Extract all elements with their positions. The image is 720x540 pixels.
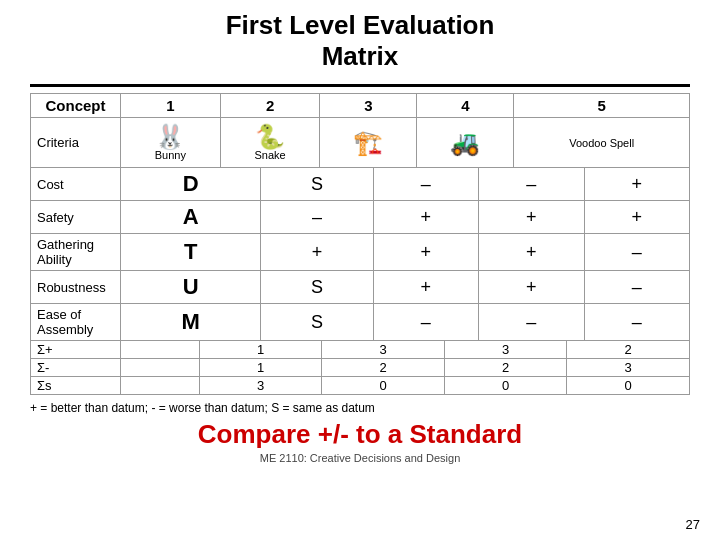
value-cell: – xyxy=(584,304,689,341)
sum-row: Σ-1223 xyxy=(31,359,690,377)
sum-value-cell: 0 xyxy=(322,377,445,395)
row-label: Cost xyxy=(31,168,121,201)
datum-cell: U xyxy=(121,271,261,304)
datum-cell: A xyxy=(121,201,261,234)
value-cell: + xyxy=(261,234,373,271)
criteria-row: Criteria 🐰 Bunny 🐍 Snake 🏗️ 🚜 xyxy=(31,118,690,168)
page-number: 27 xyxy=(686,517,700,532)
evaluation-matrix: Concept 1 2 3 4 5 Criteria 🐰 Bunny xyxy=(30,93,690,168)
concept-5: Voodoo Spell xyxy=(514,118,690,168)
sum-row: Σs3000 xyxy=(31,377,690,395)
page: First Level Evaluation Matrix Concept 1 … xyxy=(0,0,720,540)
footer-text: ME 2110: Creative Decisions and Design xyxy=(260,452,461,464)
bunny-icon: 🐰 xyxy=(127,125,214,149)
concept-3: 🏗️ xyxy=(320,118,417,168)
sum-table: Σ+1332Σ-1223Σs3000 xyxy=(30,340,690,395)
datum-cell: D xyxy=(121,168,261,201)
header-col1: 1 xyxy=(121,94,221,118)
sigma-label: Σ+ xyxy=(31,341,121,359)
sum-datum-cell xyxy=(121,377,200,395)
value-cell: S xyxy=(261,304,373,341)
value-cell: – xyxy=(479,304,584,341)
sum-datum-cell xyxy=(121,359,200,377)
sum-value-cell: 0 xyxy=(567,377,690,395)
title-block: First Level Evaluation Matrix xyxy=(226,10,495,72)
datum-cell: T xyxy=(121,234,261,271)
sum-value-cell: 3 xyxy=(322,341,445,359)
concept-4: 🚜 xyxy=(417,118,514,168)
sum-value-cell: 1 xyxy=(199,341,322,359)
snake-icon: 🐍 xyxy=(227,125,314,149)
sum-value-cell: 2 xyxy=(444,359,567,377)
value-cell: S xyxy=(261,168,373,201)
sum-value-cell: 3 xyxy=(199,377,322,395)
concept-2: 🐍 Snake xyxy=(220,118,320,168)
value-cell: + xyxy=(373,271,478,304)
value-cell: + xyxy=(479,234,584,271)
datum-cell: M xyxy=(121,304,261,341)
value-cell: + xyxy=(584,201,689,234)
value-cell: – xyxy=(584,234,689,271)
value-cell: – xyxy=(373,168,478,201)
matrix-wrapper: Concept 1 2 3 4 5 Criteria 🐰 Bunny xyxy=(30,93,690,395)
value-cell: + xyxy=(373,201,478,234)
sum-datum-cell xyxy=(121,341,200,359)
data-table: CostDS––+SafetyA–+++Gathering AbilityT++… xyxy=(30,167,690,341)
value-cell: + xyxy=(479,271,584,304)
sigma-label: Σ- xyxy=(31,359,121,377)
sum-value-cell: 0 xyxy=(444,377,567,395)
concept-1: 🐰 Bunny xyxy=(121,118,221,168)
criteria-label: Criteria xyxy=(31,118,121,168)
value-cell: – xyxy=(584,271,689,304)
sigma-label: Σs xyxy=(31,377,121,395)
voodoo-label: Voodoo Spell xyxy=(520,137,683,149)
excavator-icon: 🚜 xyxy=(423,131,507,155)
table-row: RobustnessUS++– xyxy=(31,271,690,304)
table-row: Ease of AssemblyMS––– xyxy=(31,304,690,341)
table-row: Gathering AbilityT+++– xyxy=(31,234,690,271)
header-row: Concept 1 2 3 4 5 xyxy=(31,94,690,118)
sum-value-cell: 3 xyxy=(444,341,567,359)
header-col4: 4 xyxy=(417,94,514,118)
compare-title: Compare +/- to a Standard xyxy=(198,419,522,450)
sum-value-cell: 1 xyxy=(199,359,322,377)
value-cell: – xyxy=(479,168,584,201)
row-label: Ease of Assembly xyxy=(31,304,121,341)
sum-value-cell: 2 xyxy=(567,341,690,359)
sum-value-cell: 3 xyxy=(567,359,690,377)
title-underline xyxy=(30,84,690,87)
header-col3: 3 xyxy=(320,94,417,118)
bunny-label: Bunny xyxy=(127,149,214,161)
header-col5: 5 xyxy=(514,94,690,118)
row-label: Gathering Ability xyxy=(31,234,121,271)
row-label: Robustness xyxy=(31,271,121,304)
header-col2: 2 xyxy=(220,94,320,118)
header-concept: Concept xyxy=(31,94,121,118)
row-label: Safety xyxy=(31,201,121,234)
value-cell: + xyxy=(584,168,689,201)
legend-text: + = better than datum; - = worse than da… xyxy=(30,401,690,415)
value-cell: S xyxy=(261,271,373,304)
page-title: First Level Evaluation Matrix xyxy=(226,10,495,72)
sum-value-cell: 2 xyxy=(322,359,445,377)
table-row: SafetyA–+++ xyxy=(31,201,690,234)
crane-icon: 🏗️ xyxy=(326,131,410,155)
value-cell: + xyxy=(479,201,584,234)
table-row: CostDS––+ xyxy=(31,168,690,201)
value-cell: – xyxy=(373,304,478,341)
sum-row: Σ+1332 xyxy=(31,341,690,359)
snake-label: Snake xyxy=(227,149,314,161)
value-cell: – xyxy=(261,201,373,234)
value-cell: + xyxy=(373,234,478,271)
